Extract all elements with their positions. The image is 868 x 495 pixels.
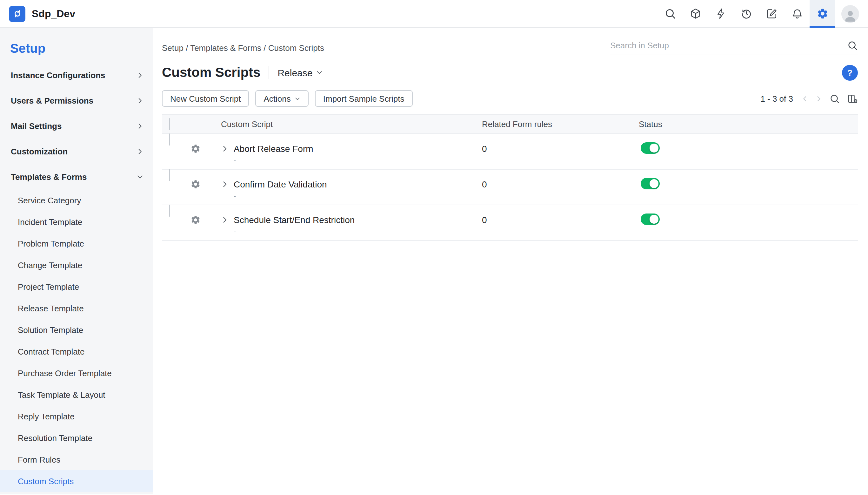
column-settings-button[interactable] <box>847 93 858 104</box>
sidebar-subitem-change-template[interactable]: Change Template <box>0 254 153 276</box>
row-checkbox[interactable] <box>169 169 170 181</box>
actions-button[interactable]: Actions <box>255 90 308 107</box>
table-row: Schedule Start/End Restriction - 0 <box>162 205 858 241</box>
sidebar-item-users-permissions[interactable]: Users & Permissions <box>0 88 153 113</box>
toggle-knob <box>650 179 658 188</box>
import-sample-scripts-button[interactable]: Import Sample Scripts <box>315 90 413 107</box>
sidebar-subitem-problem-template[interactable]: Problem Template <box>0 233 153 254</box>
chevron-right-icon <box>221 216 229 224</box>
recent-items-button[interactable] <box>733 0 759 27</box>
sidebar-subitem-incident-template[interactable]: Incident Template <box>0 211 153 233</box>
topbar: Sdp_Dev <box>0 0 868 28</box>
app-title: Sdp_Dev <box>32 8 75 19</box>
status-toggle[interactable] <box>641 142 660 154</box>
sidebar-item-label: Instance Configurations <box>11 70 105 80</box>
pagination-label: 1 - 3 of 3 <box>760 94 793 103</box>
person-icon <box>843 7 858 22</box>
row-settings-button[interactable] <box>183 170 214 189</box>
help-button[interactable]: ? <box>842 65 858 80</box>
sidebar-item-label: Mail Settings <box>11 121 61 131</box>
chevron-left-icon <box>801 95 808 102</box>
explore-button[interactable] <box>683 0 708 27</box>
row-settings-button[interactable] <box>183 134 214 154</box>
breadcrumb[interactable]: Setup / Templates & Forms / Custom Scrip… <box>162 43 324 52</box>
column-header-status: Status <box>639 119 858 129</box>
search-icon[interactable] <box>847 40 858 51</box>
sidebar-subitem-service-category[interactable]: Service Category <box>0 189 153 211</box>
status-toggle[interactable] <box>641 214 660 225</box>
history-icon <box>740 7 752 20</box>
sidebar-item-customization[interactable]: Customization <box>0 138 153 164</box>
related-form-rules-count: 0 <box>477 134 639 154</box>
script-description: - <box>234 227 355 236</box>
gear-icon <box>191 215 201 225</box>
script-name[interactable]: Schedule Start/End Restriction <box>234 214 355 226</box>
module-selector-value: Release <box>278 67 313 78</box>
table-row: Abort Release Form - 0 <box>162 134 858 170</box>
explore-box-icon <box>689 7 701 20</box>
row-expand-button[interactable] <box>221 216 229 236</box>
row-expand-button[interactable] <box>221 145 229 165</box>
status-toggle[interactable] <box>641 178 660 189</box>
table-header: Custom Script Related Form rules Status <box>162 114 858 134</box>
related-form-rules-count: 0 <box>477 205 639 226</box>
sidebar-item-templates-forms[interactable]: Templates & Forms <box>0 164 153 189</box>
script-name[interactable]: Confirm Date Validation <box>234 178 327 190</box>
module-selector[interactable]: Release <box>278 67 322 78</box>
custom-scripts-table: Custom Script Related Form rules Status … <box>162 114 858 241</box>
script-description: - <box>234 191 327 200</box>
bell-icon <box>791 7 803 20</box>
setup-search <box>610 40 858 55</box>
chevron-right-icon <box>815 95 822 102</box>
row-settings-button[interactable] <box>183 205 214 225</box>
column-header-custom-script: Custom Script <box>214 119 477 129</box>
row-checkbox[interactable] <box>169 134 170 146</box>
notifications-button[interactable] <box>784 0 810 27</box>
chevron-right-icon <box>221 181 229 188</box>
sidebar-subitem-project-template[interactable]: Project Template <box>0 276 153 297</box>
avatar[interactable] <box>841 5 859 22</box>
app-logo-icon <box>12 8 22 19</box>
sidebar-subitem-task-template-layout[interactable]: Task Template & Layout <box>0 384 153 405</box>
chevron-right-icon <box>137 148 143 155</box>
row-checkbox[interactable] <box>169 205 170 217</box>
sidebar-subitem-release-template[interactable]: Release Template <box>0 297 153 319</box>
chevron-down-icon <box>137 173 143 180</box>
gear-icon <box>191 179 201 189</box>
global-search-button[interactable] <box>657 0 683 27</box>
chevron-right-icon <box>137 97 143 104</box>
script-name[interactable]: Abort Release Form <box>234 143 313 154</box>
table-row: Confirm Date Validation - 0 <box>162 170 858 205</box>
row-expand-button[interactable] <box>221 181 229 200</box>
sidebar-heading: Setup <box>0 41 153 56</box>
setup-button[interactable] <box>810 0 835 27</box>
setup-search-input[interactable] <box>610 41 842 50</box>
sidebar-subitem-contract-template[interactable]: Contract Template <box>0 341 153 362</box>
topbar-actions <box>657 0 868 27</box>
feedback-icon <box>765 7 778 20</box>
main-content: Setup / Templates & Forms / Custom Scrip… <box>153 28 868 494</box>
list-search-button[interactable] <box>829 93 840 104</box>
sidebar-subitem-reply-template[interactable]: Reply Template <box>0 405 153 427</box>
feedback-button[interactable] <box>759 0 784 27</box>
script-description: - <box>234 156 313 165</box>
prev-page-button[interactable] <box>801 95 808 102</box>
quick-actions-button[interactable] <box>708 0 733 27</box>
chevron-right-icon <box>221 145 229 153</box>
sidebar-item-instance-configurations[interactable]: Instance Configurations <box>0 62 153 88</box>
new-custom-script-button[interactable]: New Custom Script <box>162 90 249 107</box>
select-all-checkbox[interactable] <box>169 118 170 130</box>
sidebar-item-label: Customization <box>11 147 68 156</box>
search-icon <box>664 7 676 20</box>
sidebar-subitem-purchase-order-template[interactable]: Purchase Order Template <box>0 362 153 384</box>
sidebar-item-mail-settings[interactable]: Mail Settings <box>0 113 153 138</box>
sidebar-subitem-custom-scripts[interactable]: Custom Scripts <box>0 470 153 492</box>
sidebar-subitem-form-rules[interactable]: Form Rules <box>0 449 153 470</box>
sidebar-subitem-solution-template[interactable]: Solution Template <box>0 319 153 341</box>
title-divider <box>269 66 269 79</box>
chevron-right-icon <box>137 71 143 79</box>
sidebar-item-label: Templates & Forms <box>11 172 87 182</box>
next-page-button[interactable] <box>815 95 822 102</box>
page-title: Custom Scripts <box>162 65 260 80</box>
sidebar-subitem-resolution-template[interactable]: Resolution Template <box>0 427 153 449</box>
